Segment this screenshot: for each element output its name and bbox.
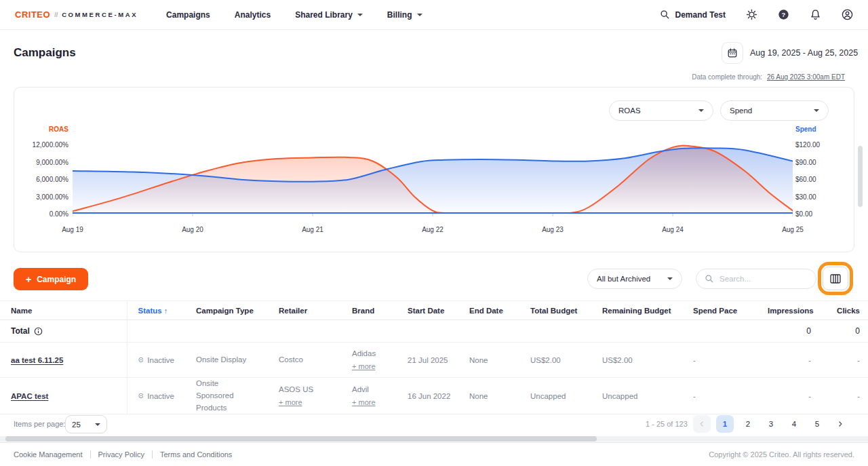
top-navigation-bar: CRITEO // COMMERCE-MAX Campaigns Analyti… bbox=[0, 0, 868, 30]
performance-chart-card: ROAS Spend ROAS Spend 12,000.00%9,000.00… bbox=[14, 87, 854, 252]
chevron-down-icon bbox=[357, 14, 363, 16]
account-button[interactable] bbox=[842, 9, 853, 20]
app-window: CRITEO // COMMERCE-MAX Campaigns Analyti… bbox=[0, 0, 868, 466]
remaining-budget-cell: US$2.00 bbox=[591, 343, 682, 378]
table-row: aa test 6.11.25 Inactive Onsite Display … bbox=[0, 343, 868, 378]
total-budget-cell: Uncapped bbox=[519, 378, 591, 414]
notifications-button[interactable] bbox=[810, 9, 821, 20]
column-header-clicks[interactable]: Clicks bbox=[822, 301, 868, 320]
nav-item-campaigns[interactable]: Campaigns bbox=[166, 10, 210, 20]
search-icon bbox=[705, 274, 714, 284]
page-button-3[interactable]: 3 bbox=[762, 415, 780, 433]
impressions-cell: - bbox=[757, 343, 822, 378]
column-header-start-date[interactable]: Start Date bbox=[397, 301, 458, 320]
column-header-impressions[interactable]: Impressions bbox=[757, 301, 822, 320]
table-search-box bbox=[696, 269, 816, 289]
horizontal-scrollbar-thumb[interactable] bbox=[5, 436, 597, 442]
page-footer: Cookie Management Privacy Policy Terms a… bbox=[0, 442, 868, 466]
logo-criteo: CRITEO bbox=[15, 9, 50, 20]
table-header-row: Name Status↑ Campaign Type Retailer Bran… bbox=[0, 301, 868, 320]
criteo-commerce-max-logo[interactable]: CRITEO // COMMERCE-MAX bbox=[15, 9, 138, 20]
total-clicks: 0 bbox=[822, 320, 868, 343]
column-header-retailer[interactable]: Retailer bbox=[268, 301, 341, 320]
vertical-scrollbar-thumb[interactable] bbox=[858, 146, 863, 207]
right-axis-tick: $30.00 bbox=[795, 193, 816, 202]
column-header-remaining-budget[interactable]: Remaining Budget bbox=[591, 301, 682, 320]
right-metric-select[interactable]: Spend bbox=[720, 100, 829, 121]
remaining-budget-cell: Uncapped bbox=[591, 378, 682, 414]
start-date-cell: 21 Jul 2025 bbox=[397, 343, 458, 378]
page-button-2[interactable]: 2 bbox=[739, 415, 757, 433]
total-label: Total bbox=[11, 326, 30, 336]
chevron-left-icon bbox=[698, 420, 706, 428]
retailer-cell: Costco bbox=[279, 355, 303, 364]
date-range-value[interactable]: Aug 19, 2025 - Aug 25, 2025 bbox=[750, 48, 846, 58]
column-settings-button[interactable] bbox=[823, 267, 848, 290]
previous-page-button[interactable] bbox=[693, 415, 711, 433]
end-date-cell: None bbox=[458, 378, 519, 414]
column-header-brand[interactable]: Brand bbox=[341, 301, 397, 320]
start-date-cell: 16 Jun 2022 bbox=[397, 378, 458, 414]
spend-pace-cell: - bbox=[682, 343, 757, 378]
privacy-policy-link[interactable]: Privacy Policy bbox=[98, 450, 144, 459]
column-header-name[interactable]: Name bbox=[0, 301, 127, 320]
cookie-management-link[interactable]: Cookie Management bbox=[14, 450, 83, 459]
brand-more-link[interactable]: + more bbox=[352, 397, 376, 409]
help-button[interactable]: ? bbox=[778, 9, 789, 20]
column-header-status[interactable]: Status↑ bbox=[127, 301, 185, 320]
column-header-end-date[interactable]: End Date bbox=[458, 301, 519, 320]
roas-spend-area-chart bbox=[73, 140, 793, 218]
date-picker-button[interactable] bbox=[722, 42, 743, 64]
clicks-cell: - bbox=[822, 343, 868, 378]
brand-cell: Adidas bbox=[352, 349, 376, 357]
column-header-campaign-type[interactable]: Campaign Type bbox=[185, 301, 268, 320]
impressions-cell: - bbox=[757, 378, 822, 414]
left-axis-tick: 9,000.00% bbox=[14, 158, 68, 168]
page-button-1[interactable]: 1 bbox=[716, 415, 734, 433]
account-name: Demand Test bbox=[675, 10, 726, 20]
retailer-more-link[interactable]: + more bbox=[279, 397, 302, 409]
column-header-spend-pace[interactable]: Spend Pace bbox=[682, 301, 757, 320]
nav-item-billing[interactable]: Billing bbox=[387, 10, 422, 20]
status-label: Inactive bbox=[147, 356, 174, 364]
page-title: Campaigns bbox=[14, 46, 76, 60]
settings-button[interactable] bbox=[746, 9, 757, 20]
x-axis-label: Aug 19 bbox=[52, 226, 93, 233]
topbar-actions: Demand Test ? bbox=[660, 9, 853, 20]
logo-separator: // bbox=[54, 12, 58, 18]
new-campaign-button[interactable]: + Campaign bbox=[14, 268, 88, 290]
inactive-status-icon bbox=[138, 355, 144, 364]
status-filter-value: All but Archived bbox=[597, 275, 650, 283]
chevron-down-icon bbox=[95, 423, 100, 426]
page-button-5[interactable]: 5 bbox=[808, 415, 826, 433]
campaign-name-link[interactable]: APAC test bbox=[11, 392, 48, 400]
end-date-cell: None bbox=[458, 343, 519, 378]
info-icon[interactable] bbox=[34, 327, 43, 336]
next-page-button[interactable] bbox=[831, 415, 849, 433]
user-avatar-icon bbox=[842, 9, 853, 20]
left-axis-title: ROAS bbox=[14, 125, 68, 133]
nav-item-shared-library[interactable]: Shared Library bbox=[295, 10, 363, 20]
page-button-4[interactable]: 4 bbox=[785, 415, 803, 433]
table-columns-icon bbox=[830, 274, 841, 284]
account-search-selector[interactable]: Demand Test bbox=[660, 9, 726, 20]
search-input[interactable] bbox=[719, 275, 801, 283]
brand-cell: Advil bbox=[352, 385, 369, 393]
table-total-row: Total 0 0 bbox=[0, 320, 868, 343]
status-filter-select[interactable]: All but Archived bbox=[587, 269, 682, 289]
brand-more-link[interactable]: + more bbox=[352, 361, 376, 373]
data-complete-note: Data complete through: 26 Aug 2025 3:00a… bbox=[692, 73, 845, 81]
calendar-icon bbox=[727, 47, 738, 58]
items-per-page-label: Items per page: bbox=[14, 420, 65, 428]
campaign-name-link[interactable]: aa test 6.11.25 bbox=[11, 356, 63, 364]
left-metric-select[interactable]: ROAS bbox=[609, 100, 713, 121]
gear-icon bbox=[746, 9, 757, 20]
right-metric-value: Spend bbox=[730, 106, 752, 115]
left-axis-tick: 3,000.00% bbox=[14, 193, 68, 202]
horizontal-scrollbar-track[interactable] bbox=[0, 436, 868, 442]
nav-item-analytics[interactable]: Analytics bbox=[235, 10, 271, 20]
column-header-total-budget[interactable]: Total Budget bbox=[519, 301, 591, 320]
terms-and-conditions-link[interactable]: Terms and Conditions bbox=[160, 450, 232, 459]
data-complete-link[interactable]: 26 Aug 2025 3:00am EDT bbox=[767, 73, 845, 81]
items-per-page-select[interactable]: 25 bbox=[65, 415, 107, 433]
